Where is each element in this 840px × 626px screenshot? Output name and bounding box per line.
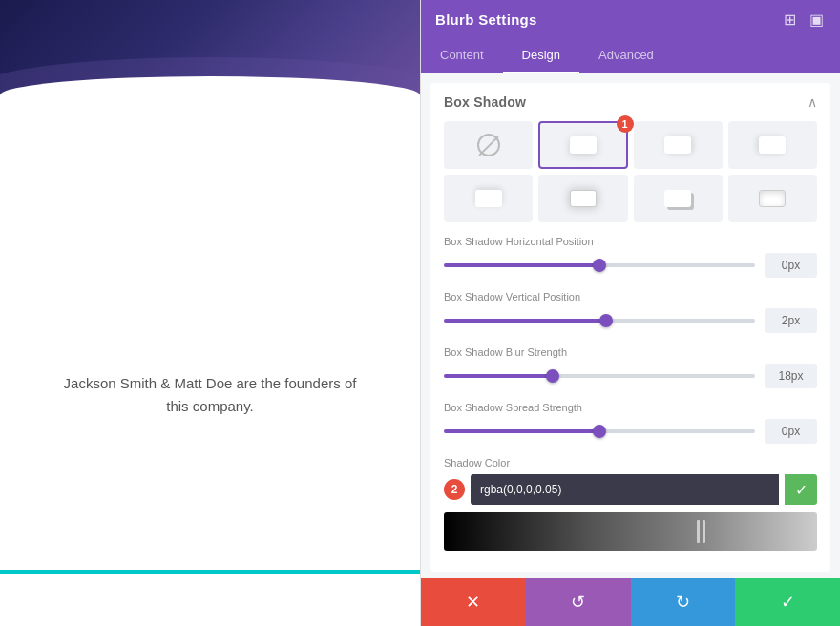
section-collapse-icon[interactable]: ∧ [808,94,817,110]
slider-horizontal-label: Box Shadow Horizontal Position [444,236,817,247]
reset-button[interactable]: ↺ [526,578,631,626]
box-shadow-section: Box Shadow ∧ 1 [430,83,830,572]
shadow-preset-inset[interactable] [728,175,817,222]
color-gradient-preview[interactable] [444,512,817,551]
reset-icon: ↺ [571,592,585,613]
shadow-preview-box [664,136,691,154]
tab-design[interactable]: Design [503,38,579,73]
color-confirm-button[interactable]: ✓ [785,474,817,505]
slider-vertical-value[interactable] [765,308,817,333]
color-input-row: 2 ✓ [444,474,817,505]
color-input-field[interactable] [471,474,779,505]
slider-spread-label: Box Shadow Spread Strength [444,402,817,413]
slider-spread-strength: Box Shadow Spread Strength [444,402,817,444]
preset-active-badge: 1 [617,115,634,133]
section-header: Box Shadow ∧ [444,94,817,110]
shadow-preview-box [664,190,691,207]
section-title: Box Shadow [444,94,526,110]
tab-content[interactable]: Content [421,38,503,73]
tabs-bar: Content Design Advanced [421,38,840,73]
gradient-bar-2 [703,520,705,543]
slider-spread-track[interactable] [444,429,755,433]
slider-vertical-position: Box Shadow Vertical Position [444,291,817,333]
shadow-presets-grid: 1 [444,121,817,222]
preview-bottom-line [0,570,420,574]
redo-icon: ↻ [676,592,690,613]
slider-blur-track[interactable] [444,374,755,378]
preview-body-text: Jackson Smith & Matt Doe are the founder… [0,372,420,418]
no-shadow-icon [477,134,500,156]
slider-blur-value[interactable] [765,364,817,388]
blurb-settings-panel: Blurb Settings ⊞ ▣ Content Design Advanc… [420,0,840,626]
slider-horizontal-track[interactable] [444,263,755,267]
slider-blur-control [444,364,817,388]
slider-vertical-label: Box Shadow Vertical Position [444,291,817,303]
slider-spread-control [444,419,817,444]
tab-advanced[interactable]: Advanced [579,38,673,73]
cancel-icon: ✕ [466,592,480,613]
shadow-preview-box [570,190,597,207]
slider-vertical-track[interactable] [444,319,755,323]
shadow-preview-box [759,136,786,154]
shadow-color-label: Shadow Color [444,457,817,469]
preview-background [0,0,420,105]
slider-spread-value[interactable] [765,419,817,444]
shadow-preset-all[interactable] [538,175,627,222]
shadow-preview-box [759,190,786,207]
panel-body: Box Shadow ∧ 1 [421,73,840,578]
gradient-bar-1 [697,520,700,543]
save-button[interactable]: ✓ [735,578,840,626]
shadow-preview-box [570,136,597,154]
slider-vertical-control [444,308,817,333]
fullscreen-icon[interactable]: ⊞ [780,10,799,29]
slider-horizontal-control [444,253,817,278]
save-icon: ✓ [781,592,795,613]
shadow-color-row: Shadow Color 2 ✓ [444,457,817,551]
gradient-indicator [697,520,705,543]
redo-button[interactable]: ↻ [631,578,736,626]
shadow-preset-bottom[interactable]: 1 [538,121,627,169]
shadow-preset-right[interactable] [634,121,723,169]
slider-blur-strength: Box Shadow Blur Strength [444,346,817,388]
slider-horizontal-value[interactable] [765,253,817,278]
panel-header: Blurb Settings ⊞ ▣ [421,0,840,38]
panel-title: Blurb Settings [435,11,537,28]
action-bar: ✕ ↺ ↻ ✓ [421,578,840,626]
shadow-preset-none[interactable] [444,121,533,169]
preview-area: Jackson Smith & Matt Doe are the founder… [0,0,420,626]
slider-horizontal-position: Box Shadow Horizontal Position [444,236,817,278]
color-badge: 2 [444,479,465,500]
split-icon[interactable]: ▣ [807,10,826,29]
cancel-button[interactable]: ✕ [421,578,526,626]
shadow-preset-left[interactable] [728,121,817,169]
slider-blur-label: Box Shadow Blur Strength [444,346,817,358]
header-icons: ⊞ ▣ [780,10,826,29]
shadow-preset-offset[interactable] [634,175,723,222]
shadow-preset-top[interactable] [444,175,533,222]
shadow-preview-box [475,190,502,207]
